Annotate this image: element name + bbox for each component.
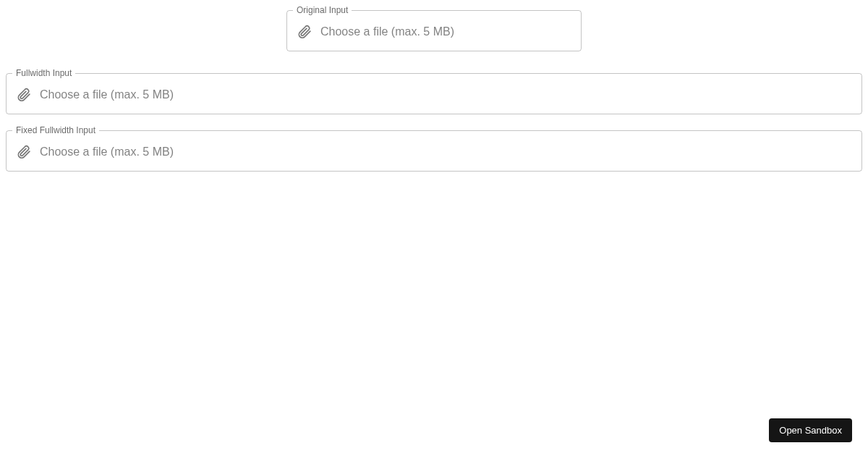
original-row: Original Input Choose a file (max. 5 MB) — [6, 0, 862, 63]
fixed-fullwidth-input-field[interactable]: Fixed Fullwidth Input Choose a file (max… — [6, 126, 862, 172]
fixed-fullwidth-input-placeholder: Choose a file (max. 5 MB) — [40, 145, 851, 159]
original-input-field[interactable]: Original Input Choose a file (max. 5 MB) — [286, 6, 582, 51]
demo-container: Original Input Choose a file (max. 5 MB)… — [0, 0, 868, 172]
original-input-inner[interactable]: Choose a file (max. 5 MB) — [287, 14, 581, 51]
fixed-fullwidth-input-label: Fixed Fullwidth Input — [12, 126, 99, 135]
open-sandbox-button[interactable]: Open Sandbox — [769, 418, 852, 442]
attachment-icon — [17, 88, 31, 102]
fullwidth-input-inner[interactable]: Choose a file (max. 5 MB) — [7, 77, 861, 114]
original-input-placeholder: Choose a file (max. 5 MB) — [320, 25, 571, 38]
fixed-fullwidth-input-inner[interactable]: Choose a file (max. 5 MB) — [7, 135, 861, 171]
attachment-icon — [297, 25, 312, 39]
fullwidth-input-label: Fullwidth Input — [12, 69, 75, 77]
attachment-icon — [17, 145, 31, 159]
original-input-label: Original Input — [293, 6, 352, 14]
fullwidth-input-placeholder: Choose a file (max. 5 MB) — [40, 88, 851, 101]
fullwidth-input-field[interactable]: Fullwidth Input Choose a file (max. 5 MB… — [6, 69, 862, 114]
